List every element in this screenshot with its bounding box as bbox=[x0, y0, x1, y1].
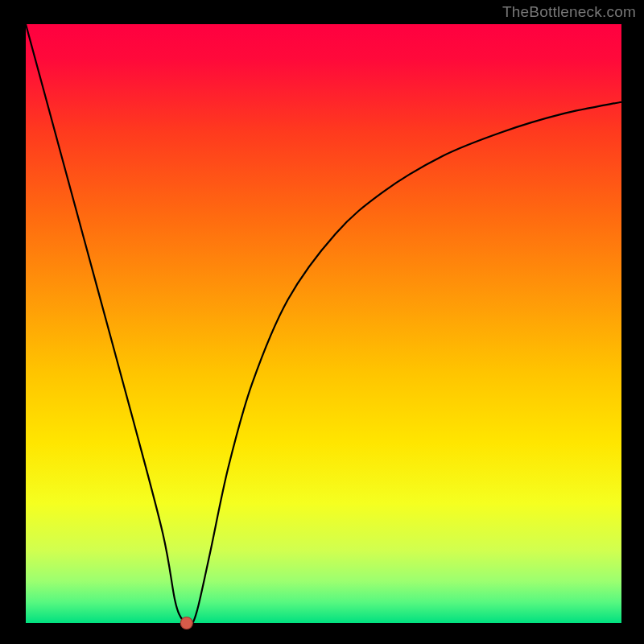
bottleneck-chart: TheBottleneck.com bbox=[0, 0, 644, 644]
minimum-marker bbox=[180, 617, 192, 630]
watermark-label: TheBottleneck.com bbox=[502, 3, 636, 21]
chart-svg bbox=[0, 0, 644, 644]
plot-background bbox=[26, 24, 621, 623]
